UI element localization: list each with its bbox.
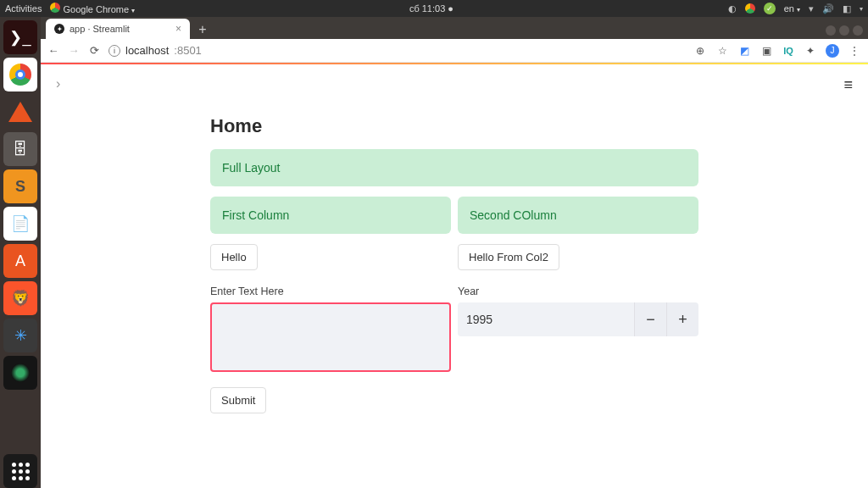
inkscape-launcher[interactable]: ✳ (3, 319, 37, 352)
software-launcher[interactable]: A (3, 244, 37, 278)
text-input-area[interactable] (210, 302, 451, 372)
clock[interactable]: сб 11:03 ● (135, 3, 728, 14)
notification-icon[interactable]: ◐ (728, 3, 737, 14)
url-port: :8501 (174, 44, 202, 57)
url-host: localhost (125, 44, 169, 57)
camera-launcher[interactable] (3, 356, 37, 390)
browser-tab[interactable]: ✦ app · Streamlit × (46, 19, 190, 39)
window-controls (826, 25, 868, 39)
active-app-indicator[interactable]: Google Chrome ▾ (50, 3, 135, 14)
new-tab-button[interactable]: + (193, 20, 212, 39)
power-menu-icon[interactable]: ▾ (860, 5, 863, 13)
spacer (3, 393, 37, 451)
language-indicator[interactable]: en ▾ (784, 3, 800, 14)
sidebar-expand-icon[interactable]: › (56, 76, 60, 92)
year-decrement-button[interactable]: − (634, 302, 666, 336)
update-icon[interactable]: ✓ (764, 3, 776, 14)
extensions-menu-icon[interactable]: ✦ (804, 44, 817, 58)
chrome-icon (50, 3, 60, 13)
extension-iq-icon[interactable]: IQ (782, 44, 795, 58)
minimize-icon[interactable] (826, 25, 836, 36)
forward-button[interactable]: → (68, 44, 80, 57)
chrome-window: ✦ app · Streamlit × + ← → ⟳ i localhost:… (41, 17, 868, 488)
brave-launcher[interactable]: 🦁 (3, 281, 37, 315)
url-field[interactable]: i localhost:8501 (108, 44, 685, 57)
success-col1: First Column (210, 197, 451, 234)
submit-button[interactable]: Submit (210, 387, 266, 413)
close-tab-icon[interactable]: × (175, 23, 181, 35)
reload-button[interactable]: ⟳ (88, 44, 100, 57)
wifi-icon[interactable]: ▾ (809, 3, 814, 14)
year-increment-button[interactable]: + (666, 302, 698, 336)
ubuntu-top-bar: Activities Google Chrome ▾ сб 11:03 ● ◐ … (0, 0, 868, 17)
volume-icon[interactable]: 🔊 (822, 3, 834, 14)
year-field[interactable] (458, 302, 634, 336)
back-button[interactable]: ← (47, 44, 59, 57)
column-2: Second COlumn Hello From Col2 Year − + (458, 197, 698, 413)
zoom-icon[interactable]: ⊕ (693, 44, 707, 58)
column-1: First Column Hello Enter Text Here Submi… (210, 197, 451, 413)
ubuntu-launcher: ❯_ 🗄 S 📄 A 🦁 ✳ (0, 17, 41, 488)
maximize-icon[interactable] (839, 25, 849, 36)
page-title: Home (210, 115, 698, 137)
textarea-label: Enter Text Here (210, 286, 451, 297)
show-apps-launcher[interactable] (3, 454, 37, 488)
profile-avatar[interactable]: J (826, 44, 839, 58)
address-bar: ← → ⟳ i localhost:8501 ⊕ ☆ ◩ ▣ IQ ✦ J ⋮ (41, 39, 868, 63)
year-number-input: − + (458, 302, 698, 336)
chrome-launcher[interactable] (3, 58, 37, 92)
terminal-launcher[interactable]: ❯_ (3, 20, 37, 54)
tab-bar: ✦ app · Streamlit × + (41, 17, 868, 39)
streamlit-favicon: ✦ (54, 24, 64, 34)
sublime-launcher[interactable]: S (3, 169, 37, 203)
extension-icon-2[interactable]: ▣ (760, 44, 773, 58)
streamlit-menu-icon[interactable]: ≡ (843, 76, 853, 94)
tab-title: app · Streamlit (70, 24, 130, 34)
streamlit-page: › ≡ Home Full Layout First Column Hello … (41, 64, 868, 488)
main-content: Home Full Layout First Column Hello Ente… (210, 64, 698, 413)
site-info-icon[interactable]: i (108, 45, 120, 57)
success-col2: Second COlumn (458, 197, 698, 234)
success-full-layout: Full Layout (210, 149, 698, 186)
hello-col2-button[interactable]: Hello From Col2 (458, 244, 559, 270)
files-launcher[interactable]: 🗄 (3, 132, 37, 166)
extension-icon[interactable]: ◩ (737, 44, 751, 58)
close-window-icon[interactable] (853, 25, 863, 36)
bookmark-icon[interactable]: ☆ (715, 44, 729, 58)
year-label: Year (458, 286, 698, 297)
hello-button[interactable]: Hello (210, 244, 258, 270)
chrome-menu-icon[interactable]: ⋮ (848, 44, 861, 58)
battery-icon[interactable]: ◧ (843, 3, 851, 14)
activities-button[interactable]: Activities (5, 3, 42, 14)
chrome-tray-icon[interactable] (745, 3, 755, 14)
vlc-launcher[interactable] (3, 95, 37, 129)
writer-launcher[interactable]: 📄 (3, 207, 37, 241)
